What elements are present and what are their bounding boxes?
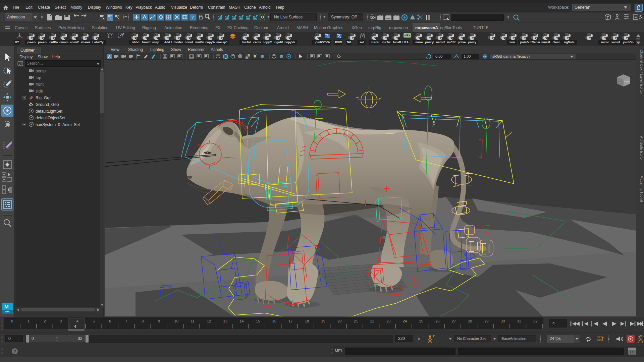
svg-text:18: 18 [305,319,309,323]
svg-text:4: 4 [74,324,76,328]
svg-text:{;}: {;} [630,351,635,354]
svg-text:7: 7 [125,319,127,323]
svg-text:8: 8 [142,319,144,323]
svg-text:cm: cm [483,55,487,58]
svg-text:30: 30 [501,319,505,323]
svg-text:2: 2 [44,319,46,323]
svg-text:25: 25 [419,319,423,323]
svg-text:14: 14 [239,319,244,323]
svg-text:IPR: IPR [386,17,390,20]
svg-text:22: 22 [370,319,374,323]
svg-text:19: 19 [321,319,325,323]
svg-text:4: 4 [76,319,78,323]
svg-text:28: 28 [468,319,472,323]
svg-text:31: 31 [517,319,521,323]
svg-text:6: 6 [109,319,111,323]
svg-text:26: 26 [435,319,439,323]
svg-text:29: 29 [484,319,488,323]
svg-text:5: 5 [93,319,95,323]
svg-text:12: 12 [207,319,211,323]
svg-text:10: 10 [174,319,178,323]
svg-text:A: A [108,55,111,59]
svg-text:1: 1 [28,319,30,323]
svg-text:15: 15 [256,319,260,323]
svg-text:?: ? [192,15,194,20]
svg-text:16: 16 [272,319,276,323]
svg-text:13: 13 [223,319,227,323]
svg-text:3: 3 [60,319,62,323]
svg-text:24: 24 [403,319,407,323]
svg-text:20: 20 [337,319,341,323]
svg-text:?: ? [14,349,16,354]
svg-text:9: 9 [158,319,160,323]
svg-text:23: 23 [386,319,390,323]
svg-text:21: 21 [354,319,358,323]
svg-text:17: 17 [288,319,292,323]
svg-text:RIGHT: RIGHT [624,81,630,83]
svg-text:32: 32 [533,319,537,323]
svg-text:27: 27 [452,319,456,323]
svg-text:11: 11 [191,319,194,323]
svg-text:FRONT: FRONT [617,80,624,82]
svg-text:0: 0 [11,319,13,323]
